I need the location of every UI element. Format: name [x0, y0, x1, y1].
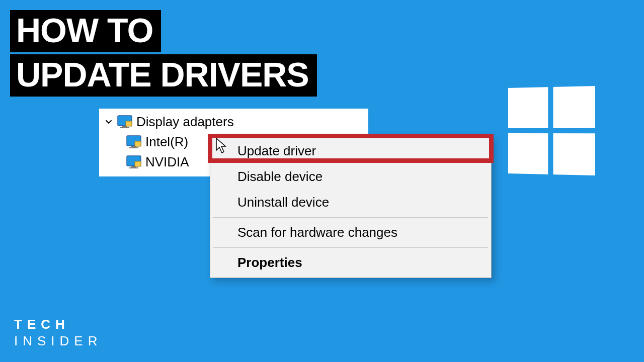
display-adapter-icon: [126, 135, 141, 148]
tree-parent-label: Display adapters: [136, 114, 234, 130]
menu-separator: [213, 217, 488, 218]
windows-logo-icon: [508, 86, 595, 175]
display-adapter-icon: [117, 115, 132, 128]
tree-child-label: NVIDIA: [145, 154, 189, 170]
menu-item-update-driver[interactable]: Update driver: [210, 138, 491, 164]
svg-rect-6: [129, 147, 138, 148]
menu-item-scan-hardware[interactable]: Scan for hardware changes: [210, 220, 491, 245]
menu-item-properties[interactable]: Properties: [210, 250, 491, 276]
svg-rect-3: [126, 121, 132, 126]
title-line-1: HOW TO: [10, 10, 161, 52]
svg-rect-11: [135, 161, 141, 166]
menu-item-disable-device[interactable]: Disable device: [210, 164, 491, 190]
menu-item-uninstall-device[interactable]: Uninstall device: [210, 190, 491, 215]
title-line-2: UPDATE DRIVERS: [10, 54, 317, 97]
context-menu: Update driver Disable device Uninstall d…: [210, 136, 492, 278]
brand-line-2: INSIDER: [14, 333, 102, 349]
brand-logo: TECH INSIDER: [14, 316, 102, 349]
display-adapter-icon: [126, 155, 141, 168]
chevron-down-icon[interactable]: [104, 117, 113, 126]
brand-line-1: TECH: [14, 316, 102, 333]
tree-parent-display-adapters[interactable]: Display adapters: [104, 112, 364, 132]
tree-child-label: Intel(R): [145, 134, 188, 150]
svg-rect-10: [129, 167, 138, 168]
svg-rect-2: [120, 127, 129, 128]
menu-separator: [213, 247, 488, 248]
svg-rect-7: [135, 141, 141, 146]
